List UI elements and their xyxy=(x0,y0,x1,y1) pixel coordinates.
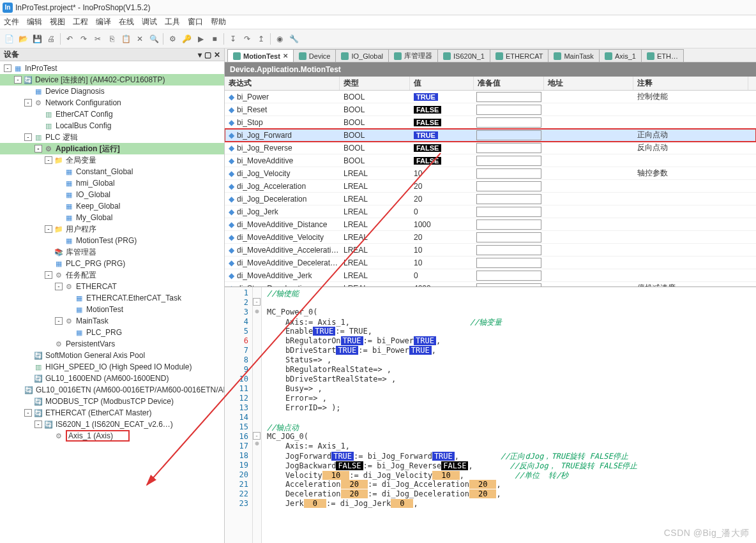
toggle-bp-icon[interactable]: ◉ xyxy=(273,33,286,45)
prepare-cell[interactable] xyxy=(476,92,541,102)
line-number[interactable]: 6 xyxy=(226,336,248,346)
line-number[interactable]: 16 xyxy=(226,432,248,442)
tree-item[interactable]: -⚙MainTask xyxy=(0,315,224,327)
tree-item[interactable]: 🔄GL10_1600END (AM600-1600END) xyxy=(0,373,224,384)
tree-item[interactable]: ▥HIGH_SPEED_IO (High Speed IO Module) xyxy=(0,361,224,373)
tab-ETH…[interactable]: ETH… xyxy=(641,49,684,62)
paste-icon[interactable]: 📋 xyxy=(119,33,132,45)
menu-在线[interactable]: 在线 xyxy=(119,17,134,27)
line-number[interactable]: 7 xyxy=(226,346,248,355)
fold-gutter[interactable] xyxy=(253,480,261,489)
tab-Device[interactable]: Device xyxy=(293,49,336,62)
code-line[interactable]: Jerk0:= di_Jog_Jerk0, xyxy=(267,499,637,509)
line-number[interactable]: 4 xyxy=(226,317,248,327)
prepare-cell[interactable] xyxy=(476,232,541,242)
tree-item[interactable]: -▥PLC 逻辑 xyxy=(0,131,224,143)
table-row[interactable]: ◆bi_MoveAdditiveBOOLFALSE xyxy=(225,154,756,167)
prepare-cell[interactable] xyxy=(476,117,541,128)
menu-编译[interactable]: 编译 xyxy=(96,17,111,27)
close-panel-icon[interactable]: ✕ xyxy=(214,50,220,59)
tab-MotionTest[interactable]: MotionTest✕ xyxy=(227,49,294,62)
prepare-cell[interactable] xyxy=(476,181,541,191)
table-row[interactable]: ◆bi_PowerBOOLTRUE控制使能 xyxy=(225,91,756,103)
expand-icon[interactable]: - xyxy=(45,271,52,279)
open-icon[interactable]: 📂 xyxy=(17,33,29,45)
code-editor[interactable]: 1234567891011121314151617181920212223 -●… xyxy=(225,287,756,543)
expand-icon[interactable]: - xyxy=(14,76,22,84)
expand-icon[interactable]: - xyxy=(55,317,63,325)
tree-item[interactable]: -📁全局变量 xyxy=(0,154,224,166)
code-line[interactable] xyxy=(267,413,637,422)
value-cell[interactable]: FALSE xyxy=(410,106,474,114)
save-icon[interactable]: 💾 xyxy=(31,33,43,45)
value-cell[interactable]: 20 xyxy=(410,182,474,191)
column-header[interactable]: 准备值 xyxy=(474,77,544,90)
tree-item[interactable]: -▦InProTest xyxy=(0,63,224,74)
tree-item[interactable]: ⚙Axis_1 (Axis) xyxy=(0,430,224,442)
column-header[interactable]: 表达式 xyxy=(225,77,340,90)
fold-gutter[interactable] xyxy=(253,327,261,336)
column-header[interactable]: 地址 xyxy=(544,77,633,90)
prepare-cell[interactable] xyxy=(476,143,541,153)
run-icon[interactable]: ▶ xyxy=(194,33,207,45)
prepare-cell[interactable] xyxy=(476,245,541,255)
fold-gutter[interactable] xyxy=(253,346,261,355)
tree-item[interactable]: -⚙ETHERCAT xyxy=(0,281,224,292)
tree-item[interactable]: -📁用户程序 xyxy=(0,223,224,235)
tree-item[interactable]: 📚库管理器 xyxy=(0,246,224,258)
code-line[interactable]: Busy=> , xyxy=(267,384,637,394)
code-line[interactable]: ErrorID=> ); xyxy=(267,403,637,413)
prepare-cell[interactable] xyxy=(476,219,541,230)
table-row[interactable]: ◆di_MoveAdditive_VelocityLREAL20 xyxy=(225,231,756,244)
undo-icon[interactable]: ↶ xyxy=(63,33,76,45)
line-number[interactable]: 8 xyxy=(226,355,248,365)
line-number[interactable]: 5 xyxy=(226,327,248,336)
fold-gutter[interactable] xyxy=(253,470,261,480)
fold-gutter[interactable] xyxy=(253,355,261,365)
line-number[interactable]: 10 xyxy=(226,375,248,384)
line-number[interactable]: 23 xyxy=(226,499,248,509)
table-row[interactable]: ◆di_MoveAdditive_DistanceLREAL1000 xyxy=(225,218,756,231)
code-line[interactable]: Deceleration20:= di_Jog_Deceleration20, xyxy=(267,489,637,499)
new-icon[interactable]: 📄 xyxy=(3,33,15,45)
expand-icon[interactable]: - xyxy=(4,64,11,72)
menu-调试[interactable]: 调试 xyxy=(142,17,157,27)
fold-gutter[interactable] xyxy=(253,413,261,422)
table-row[interactable]: ◆bi_Jog_ForwardBOOLTRUE正向点动 xyxy=(225,129,756,142)
tree-item[interactable]: ▦Constant_Global xyxy=(0,166,224,177)
value-cell[interactable]: 10 xyxy=(410,258,474,267)
code-line[interactable]: MC_JOG_0( xyxy=(267,432,637,442)
tree-item[interactable]: ▦MotionTest xyxy=(0,304,224,315)
expand-icon[interactable]: - xyxy=(24,409,32,417)
table-row[interactable]: ◆di_Jog_JerkLREAL0 xyxy=(225,205,756,218)
fold-gutter[interactable]: - xyxy=(253,298,261,308)
value-cell[interactable]: 0 xyxy=(410,271,474,280)
table-row[interactable]: ◆di_MoveAdditive_Accelerati…LREAL10 xyxy=(225,244,756,257)
line-number[interactable]: 21 xyxy=(226,480,248,489)
tree-item[interactable]: ▦PLC_PRG xyxy=(0,327,224,338)
menu-工程[interactable]: 工程 xyxy=(73,17,88,27)
tab-库管理器[interactable]: 库管理器 xyxy=(388,49,438,62)
column-header[interactable]: 值 xyxy=(410,77,474,90)
line-number[interactable]: 15 xyxy=(226,422,248,432)
table-row[interactable]: ◆di_MoveAdditive_JerkLREAL0 xyxy=(225,269,756,282)
menu-文件[interactable]: 文件 xyxy=(4,17,19,27)
tree-item[interactable]: -🔄ETHERCAT (EtherCAT Master) xyxy=(0,407,224,419)
code-line[interactable] xyxy=(267,298,637,308)
tree-item[interactable]: ⚙PersistentVars xyxy=(0,338,224,350)
prepare-cell[interactable] xyxy=(476,271,541,281)
code-line[interactable]: bDriveStartRealState=> , xyxy=(267,375,637,384)
tree-item[interactable]: ▦My_Global xyxy=(0,212,224,223)
value-cell[interactable]: TRUE xyxy=(410,131,474,139)
value-cell[interactable]: FALSE xyxy=(410,144,474,152)
code-line[interactable]: Error=> , xyxy=(267,394,637,403)
cut-icon[interactable]: ✂ xyxy=(91,33,104,45)
code-line[interactable]: bDriveStartTRUE:= bi_PowerTRUE, xyxy=(267,346,637,355)
line-number[interactable]: 2 xyxy=(226,298,248,308)
prepare-cell[interactable] xyxy=(476,194,541,204)
expand-icon[interactable]: - xyxy=(34,145,42,152)
print-icon[interactable]: 🖨 xyxy=(45,33,57,45)
menu-帮助[interactable]: 帮助 xyxy=(211,17,226,27)
search-icon[interactable]: 🔍 xyxy=(147,33,160,45)
line-number[interactable]: 3 xyxy=(226,308,248,317)
